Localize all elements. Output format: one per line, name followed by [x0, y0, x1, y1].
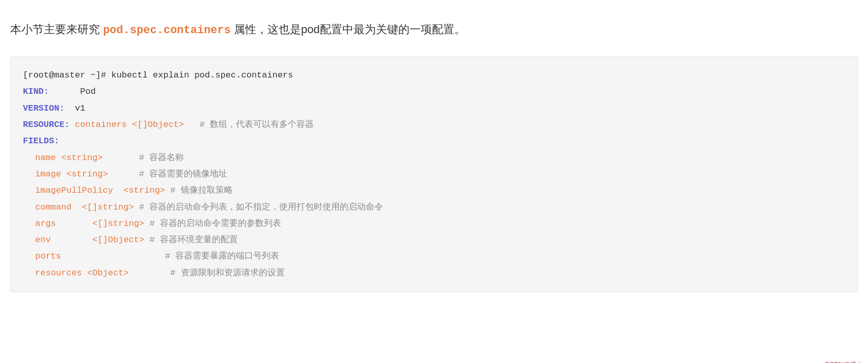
kind-label: KIND:	[23, 87, 49, 96]
field-env-comment: # 容器环境变量的配置	[144, 235, 238, 245]
field-image-line: image <string> # 容器需要的镜像地址	[23, 166, 845, 183]
fields-line: FIELDS:	[23, 133, 845, 149]
field-imagepullpolicy-name: imagePullPolicy	[35, 186, 113, 195]
resource-comment: # 数组，代表可以有多个容器	[184, 120, 314, 129]
kind-value: Pod	[49, 87, 96, 96]
field-name-line: name <string> # 容器名称	[23, 150, 845, 166]
version-line: VERSION: v1	[23, 100, 845, 117]
field-image-type: <string>	[61, 169, 108, 179]
kind-line: KIND: Pod	[23, 84, 845, 100]
field-ports-name: ports	[35, 251, 61, 261]
version-label: VERSION:	[23, 103, 65, 113]
intro-prefix: 本小节主要来研究	[10, 23, 103, 36]
field-imagepullpolicy-comment: # 镜像拉取策略	[165, 186, 233, 195]
field-image-name: image	[35, 169, 61, 179]
intro-suffix: 属性，这也是pod配置中最为关键的一项配置。	[231, 23, 466, 36]
resource-line: RESOURCE: containers <[]Object> # 数组，代表可…	[23, 117, 845, 133]
field-args-type: <[]string>	[56, 219, 144, 228]
shell-command: kubectl explain pod.spec.containers	[111, 70, 293, 80]
field-imagepullpolicy-type: <string>	[113, 186, 165, 195]
field-args-comment: # 容器的启动命令需要的参数列表	[144, 219, 281, 228]
field-ports-comment: # 容器需要暴露的端口号列表	[61, 251, 279, 261]
resource-value: containers <[]Object>	[70, 120, 184, 129]
version-value: v1	[65, 103, 86, 113]
intro-highlight: pod.spec.containers	[103, 24, 231, 37]
field-resources-line: resources <Object> # 资源限制和资源请求的设置	[23, 265, 845, 281]
field-command-type: <[]string>	[71, 202, 133, 212]
field-args-name: args	[35, 219, 56, 228]
field-command-comment: # 容器的启动命令列表，如不指定，使用打包时使用的启动命令	[134, 202, 384, 212]
page-wrapper: 本小节主要来研究 pod.spec.containers 属性，这也是pod配置…	[0, 10, 868, 363]
field-name-name: name	[35, 153, 56, 163]
shell-prompt: [root@master ~]#	[23, 70, 111, 80]
field-command-name: command	[35, 202, 71, 212]
field-args-line: args <[]string> # 容器的启动命令需要的参数列表	[23, 216, 845, 232]
field-env-line: env <[]Object> # 容器环境变量的配置	[23, 232, 845, 248]
field-resources-comment: # 资源限制和资源请求的设置	[129, 268, 285, 278]
intro-text: 本小节主要来研究 pod.spec.containers 属性，这也是pod配置…	[10, 15, 858, 44]
field-env-name: env	[35, 235, 51, 245]
command-line: [root@master ~]# kubectl explain pod.spe…	[23, 67, 845, 84]
resource-label: RESOURCE:	[23, 120, 70, 129]
field-resources-name: resources	[35, 268, 82, 278]
fields-label: FIELDS:	[23, 136, 59, 146]
field-command-line: command <[]string> # 容器的启动命令列表，如不指定，使用打包…	[23, 199, 845, 216]
field-name-comment: # 容器名称	[103, 153, 184, 163]
csdn-watermark: CSDN@络 k	[825, 360, 862, 363]
field-name-type: <string>	[56, 153, 103, 163]
code-block: [root@master ~]# kubectl explain pod.spe…	[10, 57, 858, 292]
page-container: 本小节主要来研究 pod.spec.containers 属性，这也是pod配置…	[0, 10, 868, 297]
field-image-comment: # 容器需要的镜像地址	[108, 169, 228, 179]
field-env-type: <[]Object>	[51, 235, 145, 245]
field-ports-line: ports # 容器需要暴露的端口号列表	[23, 248, 845, 265]
field-resources-type: <Object>	[82, 268, 129, 278]
field-imagepullpolicy-line: imagePullPolicy <string> # 镜像拉取策略	[23, 183, 845, 199]
